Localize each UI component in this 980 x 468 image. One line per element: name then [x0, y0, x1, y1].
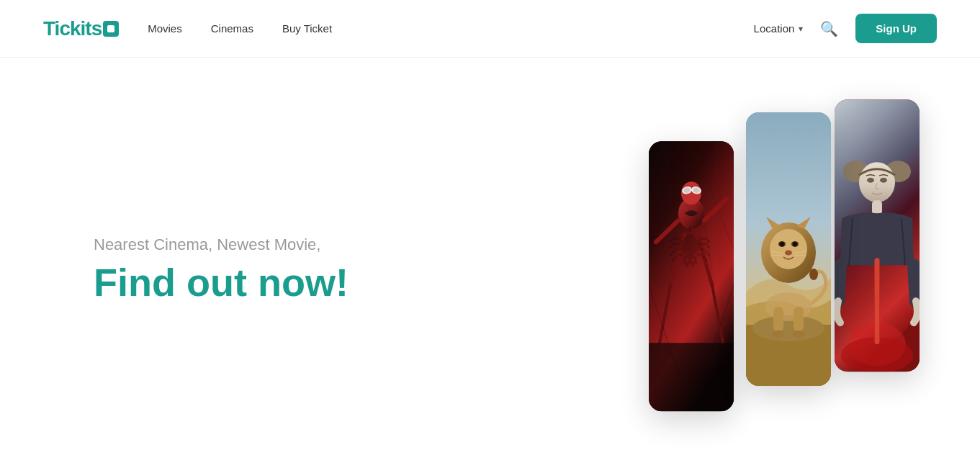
posters-area: [606, 58, 922, 468]
svg-point-48: [866, 177, 875, 184]
lion-king-illustration: [746, 112, 831, 386]
svg-point-23: [770, 229, 807, 269]
search-button[interactable]: 🔍: [820, 20, 838, 37]
star-wars-illustration: [835, 99, 920, 372]
svg-rect-52: [872, 200, 882, 215]
hero-title: Find out now!: [94, 261, 349, 304]
location-dropdown[interactable]: Location ▾: [754, 22, 804, 35]
hero-section: Nearest Cinema, Newest Movie, Find out n…: [0, 58, 980, 468]
svg-rect-17: [649, 343, 734, 411]
svg-point-39: [792, 330, 805, 338]
nav-cinemas[interactable]: Cinemas: [211, 22, 253, 35]
main-nav: Movies Cinemas Buy Ticket: [148, 22, 332, 35]
main-header: Tickits Movies Cinemas Buy Ticket Locati…: [0, 0, 980, 58]
svg-point-38: [772, 330, 785, 338]
logo[interactable]: Tickits: [43, 17, 119, 40]
spiderman-illustration: [649, 141, 734, 411]
svg-point-35: [765, 292, 812, 321]
svg-rect-37: [794, 307, 804, 332]
svg-rect-56: [875, 258, 879, 344]
header-left: Tickits Movies Cinemas Buy Ticket: [43, 17, 332, 40]
svg-point-40: [809, 269, 818, 280]
nav-buy-ticket[interactable]: Buy Ticket: [282, 22, 332, 35]
svg-point-26: [780, 242, 784, 246]
svg-point-49: [879, 177, 888, 184]
nav-movies[interactable]: Movies: [148, 22, 182, 35]
chevron-down-icon: ▾: [799, 24, 803, 34]
svg-point-28: [785, 251, 792, 256]
logo-text: Tickits: [43, 17, 102, 40]
hero-subtitle: Nearest Cinema, Newest Movie,: [94, 235, 349, 254]
signup-button[interactable]: Sign Up: [855, 14, 937, 43]
svg-rect-36: [773, 307, 783, 332]
poster-star-wars: [835, 99, 920, 372]
header-right: Location ▾ 🔍 Sign Up: [754, 14, 937, 43]
location-label: Location: [754, 22, 795, 35]
logo-icon: [103, 21, 119, 37]
search-icon: 🔍: [820, 20, 838, 37]
svg-point-27: [793, 242, 797, 246]
poster-spiderman: [649, 141, 734, 411]
poster-lion-king: [746, 112, 831, 386]
hero-text-block: Nearest Cinema, Newest Movie, Find out n…: [0, 221, 349, 304]
